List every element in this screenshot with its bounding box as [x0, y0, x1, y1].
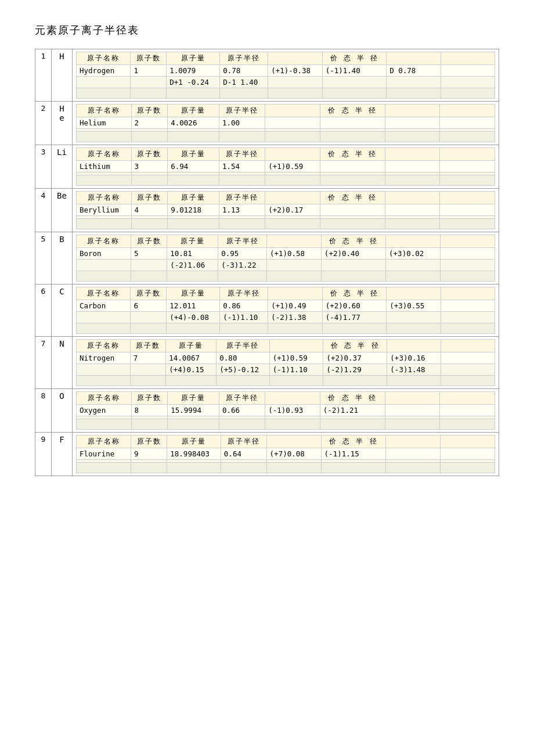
cell-1-7: [441, 312, 495, 323]
cell-1-5: (-4)1.77: [322, 312, 387, 323]
header-col-2: 原子量: [168, 148, 219, 161]
element-number-9: 9: [35, 433, 52, 476]
cell-2-6: [386, 271, 441, 282]
cell-1-4: (-1)1.10: [269, 364, 323, 376]
cell-2-3: [218, 271, 267, 282]
cell-2-3: [221, 463, 266, 473]
element-symbol-F: F: [52, 433, 73, 476]
cell-2-7: [441, 376, 495, 386]
cell-0-1: 2: [131, 117, 168, 129]
header-col-3: 原子半径: [219, 392, 265, 405]
element-number-6: 6: [35, 285, 52, 337]
cell-2-7: [441, 323, 495, 334]
cell-0-6: [385, 448, 440, 460]
cell-2-0: [77, 271, 131, 282]
cell-2-2: [167, 463, 221, 473]
header-col-3: 原子半径: [219, 148, 265, 161]
cell-0-2: 4.0026: [168, 117, 219, 129]
cell-0-4: [265, 117, 320, 129]
header-col-5: 价 态 半 径: [320, 148, 385, 161]
page-title: 元素原子离子半径表: [35, 23, 499, 37]
cell-0-6: [385, 405, 440, 416]
cell-2-5: [320, 132, 385, 142]
header-col-7: [440, 192, 495, 204]
cell-2-1: [130, 376, 165, 386]
header-col-3: 原子半径: [217, 340, 269, 352]
cell-1-0: [77, 260, 131, 271]
cell-0-7: [440, 161, 495, 172]
header-col-6: [385, 105, 440, 117]
cell-1-4: [266, 260, 321, 271]
cell-2-1: [131, 271, 167, 282]
header-col-1: 原子数: [131, 235, 167, 248]
cell-0-5: (-1)1.40: [322, 65, 387, 77]
cell-2-0: [77, 419, 132, 430]
cell-1-3: D-1 1.40: [220, 77, 268, 88]
cell-2-4: [265, 219, 320, 229]
cell-2-5: [322, 323, 387, 334]
header-col-7: [441, 52, 495, 65]
header-col-3: 原子半径: [218, 235, 267, 248]
cell-0-6: (+3)0.55: [387, 300, 441, 312]
header-col-2: 原子量: [167, 52, 220, 65]
element-data-2: 原子名称原子数原子量原子半径价 态 半 径Helium24.00261.00: [73, 102, 499, 145]
cell-2-6: [387, 376, 441, 386]
header-col-1: 原子数: [131, 192, 168, 204]
cell-0-6: [385, 161, 440, 172]
cell-0-6: [385, 117, 440, 129]
header-col-4: [268, 287, 322, 300]
header-col-7: [440, 392, 495, 405]
cell-2-7: [441, 271, 495, 282]
header-col-5: 价 态 半 径: [320, 105, 385, 117]
header-col-6: [385, 392, 440, 405]
cell-1-6: (-3)1.48: [387, 364, 441, 376]
header-col-3: 原子半径: [221, 435, 266, 448]
header-col-5: 价 态 半 径: [322, 287, 387, 300]
element-number-5: 5: [35, 232, 52, 285]
element-symbol-Li: Li: [52, 145, 73, 189]
element-data-4: 原子名称原子数原子量原子半径价 态 半 径Beryllium49.012181.…: [73, 189, 499, 232]
element-symbol-C: C: [52, 285, 73, 337]
header-col-3: 原子半径: [219, 192, 265, 204]
cell-2-2: [167, 323, 220, 334]
element-data-3: 原子名称原子数原子量原子半径价 态 半 径Lithium36.941.54(+1…: [73, 145, 499, 189]
header-col-0: 原子名称: [77, 392, 132, 405]
cell-2-5: [321, 271, 385, 282]
cell-1-1: [131, 260, 167, 271]
element-symbol-B: B: [52, 232, 73, 285]
cell-2-0: [77, 376, 131, 386]
header-col-1: 原子数: [131, 105, 168, 117]
cell-0-2: 10.81: [167, 248, 218, 260]
cell-1-7: [441, 77, 495, 88]
header-col-5: 价 态 半 径: [320, 192, 385, 204]
cell-1-5: [322, 77, 387, 88]
header-col-6: [387, 340, 441, 352]
cell-2-6: [385, 419, 440, 430]
cell-0-5: (+2)0.37: [323, 352, 387, 364]
header-col-7: [440, 105, 495, 117]
header-col-0: 原子名称: [77, 148, 132, 161]
header-col-3: 原子半径: [219, 105, 265, 117]
cell-2-2: [168, 419, 219, 430]
cell-0-0: Carbon: [77, 300, 131, 312]
cell-1-2: (+4)0.15: [166, 364, 217, 376]
header-col-5: 价 态 半 径: [321, 235, 385, 248]
cell-1-3: (+5)-0.12: [217, 364, 269, 376]
header-col-3: 原子半径: [220, 287, 268, 300]
cell-0-7: [441, 300, 495, 312]
cell-2-1: [131, 175, 168, 186]
header-col-5: 价 态 半 径: [323, 340, 387, 352]
header-col-3: 原子半径: [220, 52, 268, 65]
cell-0-3: 1.54: [219, 161, 265, 172]
cell-2-0: [77, 175, 132, 186]
cell-2-7: [440, 132, 495, 142]
cell-0-3: 1.00: [219, 117, 265, 129]
cell-1-5: [321, 260, 385, 271]
cell-2-5: [320, 175, 385, 186]
cell-0-7: [440, 117, 495, 129]
cell-0-3: 0.66: [219, 405, 265, 416]
cell-0-5: [320, 117, 385, 129]
cell-0-4: (+1)0.59: [269, 352, 323, 364]
cell-0-1: 6: [131, 300, 167, 312]
cell-2-4: [265, 132, 320, 142]
